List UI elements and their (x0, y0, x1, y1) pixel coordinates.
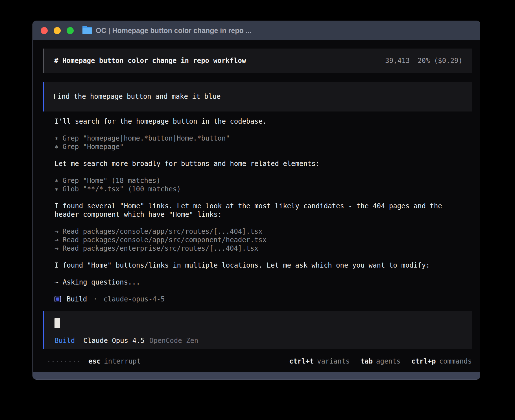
folder-icon (82, 27, 92, 34)
user-message: Find the homepage button and make it blu… (43, 82, 472, 111)
tool-call-grep: ∗Grep "Home" (18 matches) (54, 176, 472, 185)
token-count: 39,413 (385, 57, 410, 65)
agent-task-row: Build·claude-opus-4-5 (54, 295, 472, 303)
agent-model: claude-opus-4-5 (104, 295, 165, 303)
tool-call-read: →Read packages/console/app/src/routes/[.… (54, 227, 472, 236)
assistant-paragraph: I'll search for the homepage button in t… (54, 117, 472, 126)
terminal-window: OC | Homepage button color change in rep… (32, 21, 480, 380)
asterisk-icon: ∗ (54, 177, 58, 185)
prompt-input[interactable]: BuildClaude Opus 4.5OpenCode Zen (43, 311, 472, 349)
window-bottom-chrome (33, 372, 480, 379)
tool-call-grep: ∗Grep "Homepage" (54, 143, 472, 151)
arrow-right-icon: → (54, 244, 58, 252)
asterisk-icon: ∗ (54, 185, 58, 193)
status-bar: escinterrupt ctrl+tvariants tabagents ct… (43, 357, 472, 366)
shortcut-variants: ctrl+tvariants (289, 357, 350, 366)
arrow-right-icon: → (54, 236, 58, 244)
tool-call-read: →Read packages/console/app/src/component… (54, 236, 472, 244)
provider-name: OpenCode Zen (149, 337, 198, 345)
title-bar[interactable]: OC | Homepage button color change in rep… (33, 21, 480, 40)
build-agent-icon (54, 296, 61, 302)
close-button[interactable] (41, 27, 48, 34)
shortcut-agents: tabagents (361, 357, 401, 366)
session-title: # Homepage button color change in repo w… (54, 56, 246, 65)
zoom-button[interactable] (67, 27, 74, 34)
context-cost: 20% ($0.29) (418, 57, 462, 65)
assistant-paragraph: I found "Home" buttons/links in multiple… (54, 261, 472, 270)
session-stats: 39,41320% ($0.29) (385, 56, 462, 65)
terminal-content: # Homepage button color change in repo w… (33, 40, 480, 372)
user-message-text: Find the homepage button and make it blu… (53, 93, 221, 100)
asterisk-icon: ∗ (54, 143, 58, 151)
model-name: Claude Opus 4.5 (83, 337, 145, 345)
shortcut-commands: ctrl+pcommands (411, 357, 472, 366)
tool-call-grep: ∗Grep "homepage|home.*button|Home.*butto… (54, 134, 472, 143)
assistant-paragraph: Let me search more broadly for buttons a… (54, 159, 472, 168)
tool-call-group: ∗Grep "homepage|home.*button|Home.*butto… (54, 134, 472, 151)
input-status-row: BuildClaude Opus 4.5OpenCode Zen (54, 336, 463, 345)
working-dots-indicator (48, 361, 79, 362)
agent-name: Build (67, 295, 87, 303)
assistant-paragraph: I found several "Home" links. Let me loo… (54, 202, 450, 219)
read-call-group: →Read packages/console/app/src/routes/[.… (54, 227, 472, 253)
assistant-response: I'll search for the homepage button in t… (43, 117, 472, 303)
arrow-right-icon: → (54, 228, 58, 235)
asking-questions-status: ~ Asking questions... (54, 278, 472, 286)
minimize-button[interactable] (54, 27, 61, 34)
session-header: # Homepage button color change in repo w… (43, 49, 472, 73)
tool-call-group: ∗Grep "Home" (18 matches) ∗Glob "**/*.ts… (54, 176, 472, 193)
mode-badge: Build (54, 337, 75, 345)
text-cursor (54, 318, 60, 328)
dot-separator: · (93, 295, 97, 303)
window-title: OC | Homepage button color change in rep… (96, 27, 251, 35)
tool-call-glob: ∗Glob "**/*.tsx" (100 matches) (54, 185, 472, 193)
tool-call-read: →Read packages/enterprise/src/routes/[..… (54, 244, 472, 253)
shortcut-interrupt: escinterrupt (88, 357, 141, 366)
asterisk-icon: ∗ (54, 134, 58, 142)
traffic-lights (41, 27, 74, 34)
